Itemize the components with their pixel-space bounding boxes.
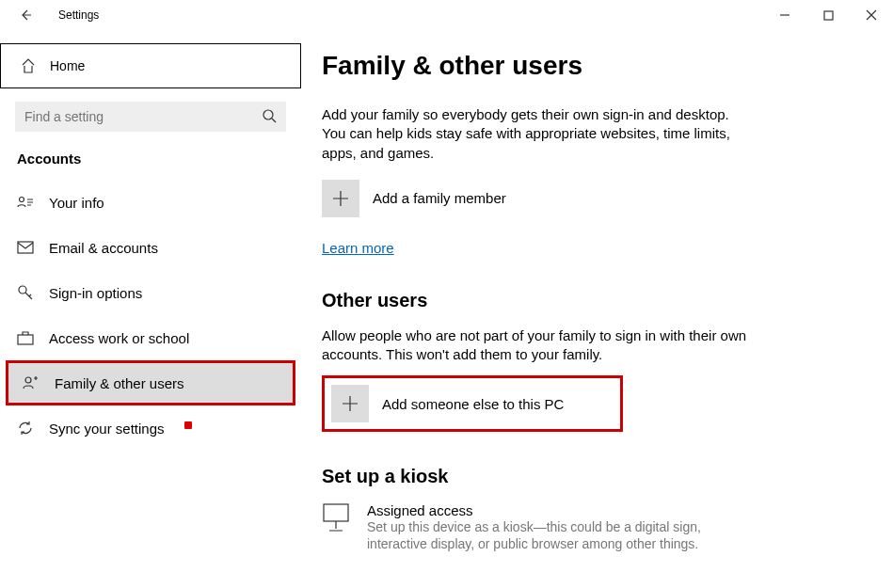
svg-rect-5 (18, 335, 33, 344)
sidebar-item-your-info[interactable]: Your info (0, 180, 301, 225)
other-users-description: Allow people who are not part of your fa… (322, 326, 755, 365)
add-family-member-button[interactable]: Add a family member (322, 180, 855, 217)
plus-icon (331, 385, 369, 422)
sidebar-item-label: Email & accounts (49, 240, 158, 256)
svg-point-6 (25, 377, 31, 383)
svg-point-1 (263, 110, 273, 119)
titlebar: Settings (0, 0, 893, 30)
kiosk-subtitle: Set up this device as a kiosk—this could… (367, 518, 736, 552)
search-input[interactable] (15, 102, 286, 132)
sidebar-item-email[interactable]: Email & accounts (0, 225, 301, 270)
sidebar-item-label: Sync your settings (49, 421, 165, 437)
kiosk-icon (322, 502, 350, 552)
add-family-label: Add a family member (373, 190, 506, 206)
sidebar-category: Accounts (0, 151, 301, 180)
svg-rect-0 (824, 11, 833, 20)
back-button[interactable] (13, 0, 38, 30)
maximize-button[interactable] (806, 0, 850, 30)
app-title: Settings (58, 8, 99, 22)
kiosk-heading: Set up a kiosk (322, 466, 855, 487)
sync-icon (17, 420, 34, 437)
sidebar: Home Accounts Your info (0, 30, 301, 588)
page-title: Family & other users (322, 51, 855, 81)
add-other-user-button[interactable]: Add someone else to this PC (331, 385, 617, 422)
home-icon (20, 57, 37, 74)
home-label: Home (50, 58, 85, 73)
content-pane: Family & other users Add your family so … (301, 30, 893, 588)
learn-more-link[interactable]: Learn more (322, 240, 394, 256)
plus-icon (322, 180, 359, 217)
svg-point-4 (19, 286, 26, 294)
sidebar-item-label: Family & other users (55, 375, 184, 391)
person-badge-icon (17, 196, 34, 209)
sidebar-item-signin[interactable]: Sign-in options (0, 270, 301, 315)
add-other-label: Add someone else to this PC (382, 396, 564, 412)
other-users-heading: Other users (322, 290, 855, 311)
close-button[interactable] (850, 0, 893, 30)
people-icon (23, 375, 40, 390)
sidebar-item-sync[interactable]: Sync your settings (0, 405, 301, 451)
briefcase-icon (17, 330, 34, 345)
sidebar-item-family[interactable]: Family & other users (6, 360, 295, 405)
kiosk-title: Assigned access (367, 502, 736, 518)
settings-window: Settings Home (0, 0, 893, 588)
close-icon (866, 9, 877, 21)
key-icon (17, 284, 34, 301)
search-icon (262, 108, 277, 126)
svg-point-2 (20, 198, 24, 202)
minimize-button[interactable] (763, 0, 806, 30)
family-description: Add your family so everybody gets their … (322, 105, 755, 163)
home-nav[interactable]: Home (0, 43, 301, 88)
sidebar-item-label: Your info (49, 195, 104, 211)
svg-rect-7 (324, 504, 348, 521)
svg-rect-3 (18, 242, 33, 253)
sidebar-item-label: Sign-in options (49, 285, 142, 301)
sidebar-item-work-school[interactable]: Access work or school (0, 315, 301, 360)
minimize-icon (779, 9, 790, 21)
maximize-icon (823, 10, 834, 21)
assigned-access-button[interactable]: Assigned access Set up this device as a … (322, 502, 736, 552)
sidebar-item-label: Access work or school (49, 330, 189, 346)
add-other-user-highlight: Add someone else to this PC (322, 375, 623, 432)
annotation-marker (184, 421, 192, 429)
mail-icon (17, 241, 34, 254)
